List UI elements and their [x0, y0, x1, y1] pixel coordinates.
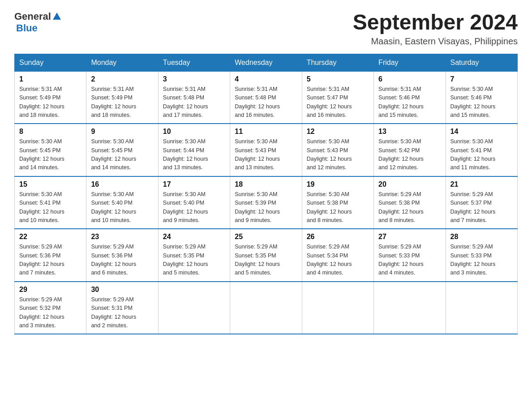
location-title: Maasin, Eastern Visayas, Philippines: [353, 36, 518, 47]
calendar-cell: 26Sunrise: 5:29 AMSunset: 5:34 PMDayligh…: [302, 229, 373, 282]
week-row-5: 29Sunrise: 5:29 AMSunset: 5:32 PMDayligh…: [15, 282, 518, 334]
calendar-header-row: SundayMondayTuesdayWednesdayThursdayFrid…: [15, 54, 518, 71]
day-info: Sunrise: 5:31 AMSunset: 5:47 PMDaylight:…: [307, 85, 369, 120]
day-info: Sunrise: 5:29 AMSunset: 5:36 PMDaylight:…: [91, 243, 153, 278]
day-number: 25: [235, 233, 297, 241]
week-row-3: 15Sunrise: 5:30 AMSunset: 5:41 PMDayligh…: [15, 176, 518, 229]
calendar-cell: 24Sunrise: 5:29 AMSunset: 5:35 PMDayligh…: [158, 229, 230, 282]
day-info: Sunrise: 5:29 AMSunset: 5:32 PMDaylight:…: [19, 295, 82, 330]
day-number: 3: [163, 75, 225, 83]
day-info: Sunrise: 5:30 AMSunset: 5:45 PMDaylight:…: [91, 137, 153, 172]
logo-blue-text: Blue: [16, 22, 38, 34]
calendar-cell: 9Sunrise: 5:30 AMSunset: 5:45 PMDaylight…: [86, 124, 158, 176]
day-number: 15: [19, 180, 82, 188]
title-block: September 2024 Maasin, Eastern Visayas, …: [353, 11, 518, 47]
calendar-cell: 8Sunrise: 5:30 AMSunset: 5:45 PMDaylight…: [15, 124, 86, 176]
day-number: 27: [378, 233, 441, 241]
week-row-1: 1Sunrise: 5:31 AMSunset: 5:49 PMDaylight…: [15, 71, 518, 124]
day-info: Sunrise: 5:30 AMSunset: 5:46 PMDaylight:…: [450, 85, 513, 120]
header-sunday: Sunday: [15, 54, 86, 71]
day-info: Sunrise: 5:29 AMSunset: 5:37 PMDaylight:…: [450, 190, 513, 225]
day-number: 12: [307, 128, 369, 136]
calendar-cell: [302, 282, 373, 334]
day-info: Sunrise: 5:30 AMSunset: 5:43 PMDaylight:…: [307, 137, 369, 172]
day-info: Sunrise: 5:30 AMSunset: 5:40 PMDaylight:…: [163, 190, 225, 225]
day-info: Sunrise: 5:29 AMSunset: 5:35 PMDaylight:…: [163, 243, 225, 278]
calendar-cell: 15Sunrise: 5:30 AMSunset: 5:41 PMDayligh…: [15, 176, 86, 229]
day-number: 17: [163, 180, 225, 188]
day-info: Sunrise: 5:30 AMSunset: 5:45 PMDaylight:…: [19, 137, 82, 172]
day-number: 14: [450, 128, 513, 136]
calendar-cell: 4Sunrise: 5:31 AMSunset: 5:48 PMDaylight…: [230, 71, 302, 124]
day-info: Sunrise: 5:29 AMSunset: 5:33 PMDaylight:…: [378, 243, 441, 278]
calendar-cell: [230, 282, 302, 334]
logo-icon: [52, 12, 62, 21]
calendar-cell: 3Sunrise: 5:31 AMSunset: 5:48 PMDaylight…: [158, 71, 230, 124]
day-info: Sunrise: 5:30 AMSunset: 5:42 PMDaylight:…: [378, 137, 441, 172]
day-number: 10: [163, 128, 225, 136]
day-number: 22: [19, 233, 82, 241]
day-info: Sunrise: 5:30 AMSunset: 5:41 PMDaylight:…: [19, 190, 82, 225]
day-number: 29: [19, 286, 82, 294]
header-wednesday: Wednesday: [230, 54, 302, 71]
day-info: Sunrise: 5:29 AMSunset: 5:35 PMDaylight:…: [235, 243, 297, 278]
day-number: 30: [91, 286, 153, 294]
day-info: Sunrise: 5:29 AMSunset: 5:34 PMDaylight:…: [307, 243, 369, 278]
day-number: 1: [19, 75, 82, 83]
day-number: 24: [163, 233, 225, 241]
day-info: Sunrise: 5:30 AMSunset: 5:43 PMDaylight:…: [235, 137, 297, 172]
day-number: 28: [450, 233, 513, 241]
calendar-cell: 2Sunrise: 5:31 AMSunset: 5:49 PMDaylight…: [86, 71, 158, 124]
day-number: 8: [19, 128, 82, 136]
calendar-cell: 21Sunrise: 5:29 AMSunset: 5:37 PMDayligh…: [446, 176, 517, 229]
svg-marker-0: [53, 13, 61, 20]
day-info: Sunrise: 5:29 AMSunset: 5:36 PMDaylight:…: [19, 243, 82, 278]
day-number: 2: [91, 75, 153, 83]
calendar-cell: 13Sunrise: 5:30 AMSunset: 5:42 PMDayligh…: [374, 124, 446, 176]
day-number: 13: [378, 128, 441, 136]
day-info: Sunrise: 5:30 AMSunset: 5:44 PMDaylight:…: [163, 137, 225, 172]
day-info: Sunrise: 5:31 AMSunset: 5:48 PMDaylight:…: [163, 85, 225, 120]
day-info: Sunrise: 5:30 AMSunset: 5:39 PMDaylight:…: [235, 190, 297, 225]
logo: General Blue: [14, 11, 62, 34]
day-number: 19: [307, 180, 369, 188]
day-info: Sunrise: 5:30 AMSunset: 5:41 PMDaylight:…: [450, 137, 513, 172]
day-number: 7: [450, 75, 513, 83]
day-number: 16: [91, 180, 153, 188]
day-info: Sunrise: 5:31 AMSunset: 5:48 PMDaylight:…: [235, 85, 297, 120]
calendar-cell: 18Sunrise: 5:30 AMSunset: 5:39 PMDayligh…: [230, 176, 302, 229]
calendar-cell: 28Sunrise: 5:29 AMSunset: 5:33 PMDayligh…: [446, 229, 517, 282]
calendar-cell: 20Sunrise: 5:29 AMSunset: 5:38 PMDayligh…: [374, 176, 446, 229]
calendar-cell: 23Sunrise: 5:29 AMSunset: 5:36 PMDayligh…: [86, 229, 158, 282]
month-title: September 2024: [353, 11, 518, 34]
day-number: 11: [235, 128, 297, 136]
calendar-cell: 5Sunrise: 5:31 AMSunset: 5:47 PMDaylight…: [302, 71, 373, 124]
day-info: Sunrise: 5:31 AMSunset: 5:46 PMDaylight:…: [378, 85, 441, 120]
header-friday: Friday: [374, 54, 446, 71]
calendar-cell: 30Sunrise: 5:29 AMSunset: 5:31 PMDayligh…: [86, 282, 158, 334]
day-number: 6: [378, 75, 441, 83]
calendar-cell: [446, 282, 517, 334]
calendar-cell: 11Sunrise: 5:30 AMSunset: 5:43 PMDayligh…: [230, 124, 302, 176]
day-info: Sunrise: 5:30 AMSunset: 5:40 PMDaylight:…: [91, 190, 153, 225]
day-info: Sunrise: 5:30 AMSunset: 5:38 PMDaylight:…: [307, 190, 369, 225]
header-thursday: Thursday: [302, 54, 373, 71]
header-monday: Monday: [86, 54, 158, 71]
day-info: Sunrise: 5:29 AMSunset: 5:38 PMDaylight:…: [378, 190, 441, 225]
header-saturday: Saturday: [446, 54, 517, 71]
page-header: General Blue September 2024 Maasin, East…: [14, 11, 518, 47]
day-number: 20: [378, 180, 441, 188]
calendar-cell: [374, 282, 446, 334]
calendar-cell: 25Sunrise: 5:29 AMSunset: 5:35 PMDayligh…: [230, 229, 302, 282]
calendar-cell: 12Sunrise: 5:30 AMSunset: 5:43 PMDayligh…: [302, 124, 373, 176]
calendar-cell: 22Sunrise: 5:29 AMSunset: 5:36 PMDayligh…: [15, 229, 86, 282]
calendar-cell: 10Sunrise: 5:30 AMSunset: 5:44 PMDayligh…: [158, 124, 230, 176]
week-row-4: 22Sunrise: 5:29 AMSunset: 5:36 PMDayligh…: [15, 229, 518, 282]
header-tuesday: Tuesday: [158, 54, 230, 71]
calendar-cell: 1Sunrise: 5:31 AMSunset: 5:49 PMDaylight…: [15, 71, 86, 124]
day-number: 23: [91, 233, 153, 241]
day-number: 4: [235, 75, 297, 83]
calendar-cell: 29Sunrise: 5:29 AMSunset: 5:32 PMDayligh…: [15, 282, 86, 334]
day-number: 9: [91, 128, 153, 136]
calendar-cell: 19Sunrise: 5:30 AMSunset: 5:38 PMDayligh…: [302, 176, 373, 229]
